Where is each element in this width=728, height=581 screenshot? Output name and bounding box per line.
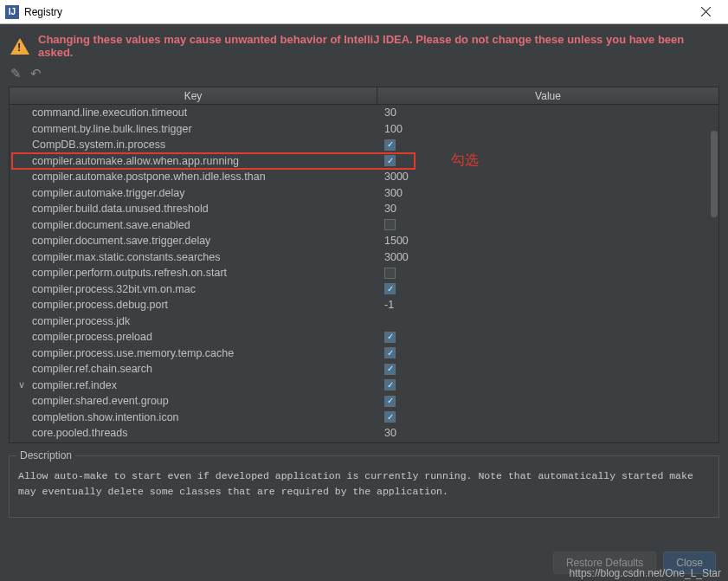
column-header-value[interactable]: Value [377, 87, 718, 104]
warning-icon [10, 38, 29, 55]
cell-value[interactable]: 300 [377, 187, 718, 199]
table-row[interactable]: compiler.process.preload [10, 329, 718, 345]
table-row[interactable]: compiler.process.debug.port-1 [10, 297, 718, 313]
table-row[interactable]: compiler.perform.outputs.refresh.on.star… [10, 265, 718, 281]
cell-key: core.pooled.threads [10, 427, 377, 439]
cell-key: compiler.process.debug.port [10, 299, 377, 311]
cell-value[interactable] [377, 364, 718, 375]
table-row[interactable]: compiler.max.static.constants.searches30… [10, 249, 718, 266]
titlebar: IJ Registry [0, 0, 728, 24]
cell-key: compiler.process.preload [10, 331, 377, 343]
cell-key: completion.show.intention.icon [10, 411, 377, 423]
cell-value[interactable] [377, 411, 718, 423]
annotation-text: 勾选 [451, 152, 479, 170]
cell-value[interactable] [377, 283, 718, 294]
description-text: Allow auto-make to start even if develop… [18, 468, 710, 500]
checkbox[interactable] [384, 219, 396, 230]
cell-key: compiler.process.jdk [10, 315, 377, 327]
checkbox[interactable] [384, 283, 396, 294]
cell-value[interactable]: 30 [377, 107, 718, 119]
scrollbar[interactable] [710, 105, 718, 442]
cell-value[interactable] [377, 139, 718, 151]
cell-key: command.line.execution.timeout [10, 107, 377, 119]
cell-value[interactable] [377, 332, 718, 343]
checkbox[interactable] [384, 332, 396, 343]
cell-key: compiler.document.save.trigger.delay [10, 235, 377, 247]
cell-key: compiler.shared.event.group [10, 395, 377, 407]
cell-value[interactable]: 1500 [377, 235, 718, 247]
cell-key: compiler.automake.trigger.delay [10, 187, 377, 199]
cell-value[interactable] [377, 347, 718, 358]
table-row[interactable]: compiler.process.use.memory.temp.cache [10, 345, 718, 362]
expand-toggle-icon[interactable]: ∨ [18, 379, 25, 391]
cell-value[interactable] [377, 219, 718, 230]
table-row[interactable]: CompDB.system.in.process [10, 137, 718, 153]
warning-text: Changing these values may cause unwanted… [38, 33, 718, 59]
scrollbar-thumb[interactable] [711, 131, 718, 217]
table-row[interactable]: compiler.process.jdk [10, 313, 718, 330]
edit-icon[interactable]: ✎ [10, 66, 22, 81]
app-icon: IJ [5, 5, 19, 19]
cell-value[interactable] [377, 379, 718, 391]
cell-value[interactable]: 3000 [377, 251, 718, 263]
cell-key: compiler.perform.outputs.refresh.on.star… [10, 267, 377, 279]
table-row[interactable]: comment.by.line.bulk.lines.trigger100 [10, 121, 718, 138]
registry-table: Key Value command.line.execution.timeout… [9, 87, 719, 443]
cell-value[interactable]: -1 [377, 299, 718, 311]
checkbox[interactable] [384, 139, 396, 151]
cell-value[interactable]: 30 [377, 203, 718, 215]
warning-banner: Changing these values may cause unwanted… [0, 24, 728, 62]
cell-key: compiler.max.static.constants.searches [10, 251, 377, 263]
cell-key: compiler.document.save.enabled [10, 219, 377, 231]
table-row[interactable]: compiler.build.data.unused.threshold30 [10, 201, 718, 217]
table-row[interactable]: compiler.automake.postpone.when.idle.les… [10, 169, 718, 185]
table-row[interactable]: compiler.shared.event.group [10, 393, 718, 410]
description-label: Description [16, 449, 75, 462]
cell-key: compiler.automake.allow.when.app.running [10, 155, 377, 167]
window-close-button[interactable] [688, 0, 723, 24]
cell-key: comment.by.line.bulk.lines.trigger [10, 123, 377, 135]
watermark: https://blog.csdn.net/One_L_Star [570, 567, 721, 579]
checkbox[interactable] [384, 155, 396, 166]
cell-value[interactable] [377, 396, 718, 407]
undo-icon[interactable]: ↶ [30, 66, 42, 81]
description-panel: Description Allow auto-make to start eve… [9, 455, 719, 518]
cell-value[interactable] [377, 268, 718, 279]
cell-key: compiler.ref.index∨ [10, 379, 377, 391]
cell-value[interactable]: 100 [377, 123, 718, 135]
cell-key: compiler.automake.postpone.when.idle.les… [10, 171, 377, 183]
table-row[interactable]: core.pooled.threads30 [10, 425, 718, 442]
column-header-key[interactable]: Key [10, 87, 377, 104]
table-row[interactable]: compiler.automake.allow.when.app.running [10, 153, 718, 170]
toolbar: ✎ ↶ [0, 62, 728, 87]
table-body: command.line.execution.timeout30comment.… [10, 105, 718, 443]
table-row[interactable]: custom.folding.max.lookup.depth50 [10, 442, 718, 444]
table-row[interactable]: command.line.execution.timeout30 [10, 105, 718, 121]
table-row[interactable]: compiler.process.32bit.vm.on.mac [10, 281, 718, 298]
table-row[interactable]: compiler.document.save.enabled [10, 217, 718, 234]
checkbox[interactable] [384, 268, 396, 279]
window-title: Registry [24, 6, 688, 18]
table-row[interactable]: compiler.automake.trigger.delay300 [10, 185, 718, 202]
checkbox[interactable] [384, 411, 396, 423]
table-row[interactable]: compiler.ref.chain.search [10, 361, 718, 378]
table-row[interactable]: completion.show.intention.icon [10, 410, 718, 426]
cell-value[interactable] [377, 155, 718, 166]
checkbox[interactable] [384, 379, 396, 391]
cell-value[interactable]: 3000 [377, 171, 718, 183]
table-row[interactable]: compiler.ref.index∨ [10, 378, 718, 394]
cell-key: compiler.process.32bit.vm.on.mac [10, 283, 377, 295]
cell-value[interactable]: 30 [377, 427, 718, 439]
cell-key: compiler.build.data.unused.threshold [10, 203, 377, 215]
cell-key: compiler.process.use.memory.temp.cache [10, 347, 377, 359]
cell-key: compiler.ref.chain.search [10, 363, 377, 375]
checkbox[interactable] [384, 364, 396, 375]
checkbox[interactable] [384, 347, 396, 358]
checkbox[interactable] [384, 396, 396, 407]
table-row[interactable]: compiler.document.save.trigger.delay1500 [10, 233, 718, 249]
cell-key: CompDB.system.in.process [10, 139, 377, 151]
table-header: Key Value [10, 87, 718, 105]
